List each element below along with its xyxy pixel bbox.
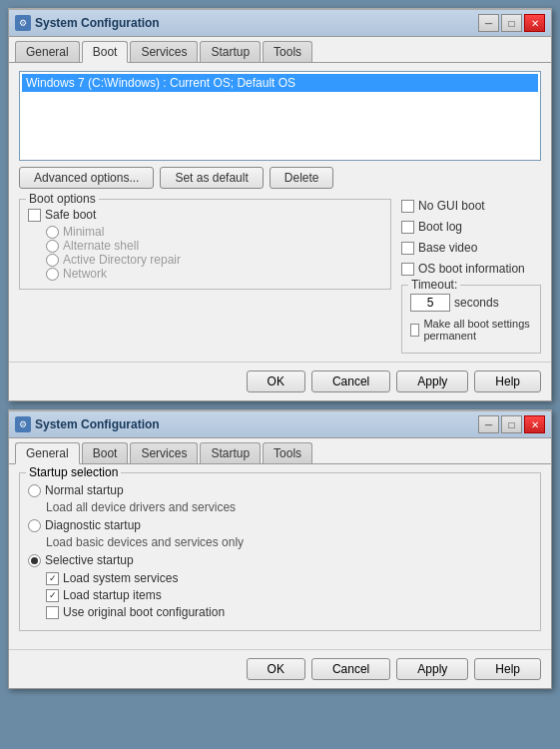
load-system-services-checkbox[interactable] [46,572,59,585]
boot-content: Windows 7 (C:\Windows) : Current OS; Def… [9,63,551,362]
timeout-row: seconds [410,294,532,312]
diagnostic-startup-label: Diagnostic startup [45,518,141,532]
ok-button2[interactable]: OK [247,658,305,680]
diagnostic-startup-radio[interactable] [28,519,41,532]
close-button2[interactable]: ✕ [524,415,545,433]
base-video-checkbox[interactable] [401,242,414,255]
maximize-button2[interactable]: □ [501,415,522,433]
normal-startup-radio[interactable] [28,484,41,497]
make-permanent-row: Make all boot settings permanent [410,318,532,342]
alternate-shell-row: Alternate shell [46,239,382,253]
no-gui-boot-checkbox[interactable] [401,200,414,213]
minimal-radio[interactable] [46,226,59,239]
no-gui-boot-label: No GUI boot [418,199,485,213]
cancel-button2[interactable]: Cancel [311,658,390,680]
boot-options-section: Boot options Safe boot Minimal Alternate… [19,199,541,354]
delete-button[interactable]: Delete [270,167,334,189]
network-radio[interactable] [46,268,59,281]
normal-startup-label: Normal startup [45,483,124,497]
titlebar2: ⚙ System Configuration ─ □ ✕ [9,411,551,438]
alternate-shell-radio[interactable] [46,240,59,253]
startup-selection-label: Startup selection [26,465,121,479]
tab-tools[interactable]: Tools [263,41,312,62]
timeout-label: Timeout: [408,278,460,292]
tab-startup[interactable]: Startup [200,41,261,62]
boot-options-box: Boot options Safe boot Minimal Alternate… [19,199,391,290]
network-row: Network [46,267,382,281]
tab-bar2: General Boot Services Startup Tools [9,438,551,464]
tab2-tools[interactable]: Tools [263,442,312,463]
tab2-general[interactable]: General [15,442,80,464]
boot-button-row: Advanced options... Set as default Delet… [19,167,541,189]
os-boot-info-label: OS boot information [418,262,525,276]
timeout-box: Timeout: seconds Make all boot settings … [401,285,541,354]
ok-button1[interactable]: OK [247,371,305,392]
close-button[interactable]: ✕ [524,14,545,32]
tab-services[interactable]: Services [130,41,198,62]
tab-boot[interactable]: Boot [82,41,129,63]
apply-button1[interactable]: Apply [396,371,468,392]
minimize-button2[interactable]: ─ [478,415,499,433]
window2-title: System Configuration [35,417,160,431]
general-content: Startup selection Normal startup Load al… [9,464,551,649]
normal-startup-desc: Load all device drivers and services [46,500,532,514]
load-system-services-row: Load system services [46,571,532,585]
help-button2[interactable]: Help [474,658,541,680]
set-default-button[interactable]: Set as default [160,167,263,189]
load-startup-items-row: Load startup items [46,588,532,602]
safe-boot-checkbox[interactable] [28,209,41,222]
maximize-button[interactable]: □ [501,14,522,32]
load-startup-items-checkbox[interactable] [46,589,59,602]
boot-log-row: Boot log [401,220,541,234]
normal-startup-option: Normal startup Load all device drivers a… [28,483,532,514]
window1: ⚙ System Configuration ─ □ ✕ General Boo… [8,8,552,401]
help-button1[interactable]: Help [474,371,541,392]
bottom-buttons1: OK Cancel Apply Help [9,362,551,400]
use-original-boot-config-checkbox[interactable] [46,606,59,619]
boot-log-checkbox[interactable] [401,221,414,234]
selective-startup-label: Selective startup [45,553,134,567]
boot-log-label: Boot log [418,220,462,234]
minimal-label: Minimal [63,225,104,239]
minimize-button[interactable]: ─ [478,14,499,32]
minimal-row: Minimal [46,225,382,239]
no-gui-boot-row: No GUI boot [401,199,541,213]
tab2-startup[interactable]: Startup [200,442,261,463]
advanced-options-button[interactable]: Advanced options... [19,167,154,189]
window2-icon: ⚙ [15,416,31,432]
tab-general[interactable]: General [15,41,80,62]
bottom-buttons2: OK Cancel Apply Help [9,649,551,688]
window2: ⚙ System Configuration ─ □ ✕ General Boo… [8,409,552,689]
tab-bar1: General Boot Services Startup Tools [9,37,551,63]
os-listbox-item[interactable]: Windows 7 (C:\Windows) : Current OS; Def… [22,74,538,92]
window-icon: ⚙ [15,15,31,31]
make-permanent-checkbox[interactable] [410,324,419,337]
startup-selection-group: Startup selection Normal startup Load al… [19,472,541,631]
selective-startup-option: Selective startup Load system services L… [28,553,532,619]
cancel-button1[interactable]: Cancel [311,371,390,392]
apply-button2[interactable]: Apply [396,658,468,680]
load-startup-items-label: Load startup items [63,588,162,602]
active-directory-row: Active Directory repair [46,253,382,267]
base-video-row: Base video [401,241,541,255]
window1-title: System Configuration [35,16,160,30]
diagnostic-startup-option: Diagnostic startup Load basic devices an… [28,518,532,549]
make-permanent-label: Make all boot settings permanent [423,318,532,342]
active-directory-radio[interactable] [46,254,59,267]
selective-options: Load system services Load startup items … [46,571,532,619]
use-original-boot-config-label: Use original boot configuration [63,605,225,619]
base-video-label: Base video [418,241,477,255]
titlebar1: ⚙ System Configuration ─ □ ✕ [9,10,551,37]
os-boot-info-checkbox[interactable] [401,263,414,276]
load-system-services-label: Load system services [63,571,178,585]
os-boot-info-row: OS boot information [401,262,541,276]
alternate-shell-label: Alternate shell [63,239,139,253]
network-label: Network [63,267,107,281]
selective-startup-radio[interactable] [28,554,41,567]
tab2-boot[interactable]: Boot [82,442,129,463]
os-listbox[interactable]: Windows 7 (C:\Windows) : Current OS; Def… [19,71,541,161]
use-original-boot-config-row: Use original boot configuration [46,605,532,619]
diagnostic-startup-desc: Load basic devices and services only [46,535,532,549]
timeout-input[interactable] [410,294,450,312]
tab2-services[interactable]: Services [130,442,198,463]
